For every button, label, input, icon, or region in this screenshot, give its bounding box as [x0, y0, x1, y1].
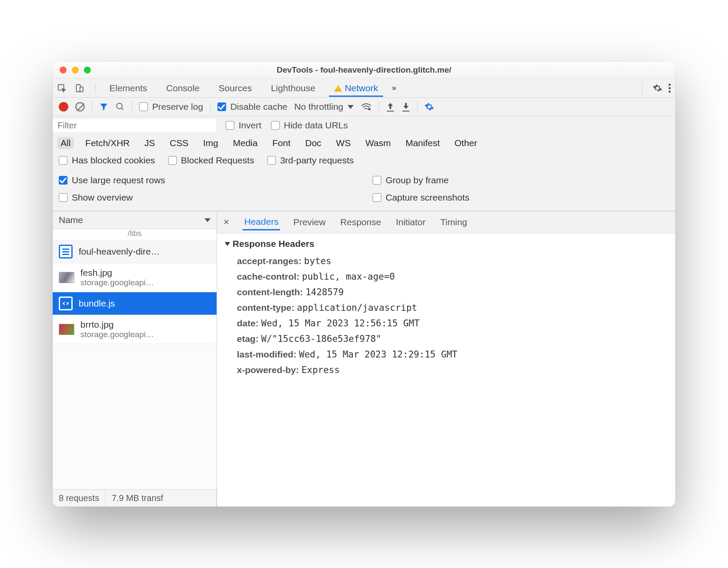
header-value: Wed, 15 Mar 2023 12:56:15 GMT — [261, 318, 420, 329]
network-toolbar: Preserve log Disable cache No throttling — [53, 98, 675, 116]
tab-network[interactable]: Network — [329, 80, 383, 97]
divider — [642, 83, 642, 94]
capture-screenshots-label: Capture screenshots — [386, 192, 469, 203]
use-large-rows-checkbox[interactable]: Use large request rows — [59, 175, 355, 185]
header-value: Wed, 15 Mar 2023 12:29:15 GMT — [299, 349, 458, 360]
details-tab-response[interactable]: Response — [338, 214, 383, 230]
type-pill-ws[interactable]: WS — [332, 137, 354, 149]
tab-lighthouse[interactable]: Lighthouse — [266, 80, 321, 97]
list-item[interactable]: foul-heavenly-dire… — [53, 240, 217, 263]
device-toolbar-icon[interactable] — [74, 83, 84, 93]
network-conditions-icon[interactable] — [361, 102, 372, 112]
search-icon[interactable] — [115, 102, 125, 112]
resource-type-filter: All Fetch/XHR JS CSS Img Media Font Doc … — [53, 134, 675, 152]
image-thumb-icon — [59, 324, 74, 335]
checkbox-icon — [59, 193, 67, 202]
view-options: Use large request rows Group by frame Sh… — [53, 169, 675, 211]
window-title: DevTools - foul-heavenly-direction.glitc… — [60, 65, 668, 75]
requests-header[interactable]: Name — [53, 211, 217, 229]
type-pill-font[interactable]: Font — [269, 137, 294, 149]
type-pill-all[interactable]: All — [57, 137, 74, 149]
response-headers-section[interactable]: Response Headers — [225, 239, 667, 249]
header-row: date: Wed, 15 Mar 2023 12:56:15 GMT — [225, 316, 667, 331]
svg-point-5 — [669, 90, 671, 93]
type-pill-fetchxhr[interactable]: Fetch/XHR — [82, 137, 133, 149]
details-tab-headers[interactable]: Headers — [243, 214, 280, 230]
devtools-window: DevTools - foul-heavenly-direction.glitc… — [53, 61, 675, 507]
network-settings-gear-icon[interactable] — [425, 102, 434, 112]
divider — [132, 101, 132, 112]
type-pill-other[interactable]: Other — [451, 137, 481, 149]
requests-count: 8 requests — [53, 490, 105, 507]
details-tab-preview[interactable]: Preview — [291, 214, 327, 230]
hide-data-urls-checkbox[interactable]: Hide data URLs — [271, 120, 348, 131]
header-key: last-modified: — [237, 349, 297, 359]
details-body: Response Headers accept-ranges: bytes ca… — [217, 233, 675, 383]
show-overview-checkbox[interactable]: Show overview — [59, 192, 355, 203]
type-pill-js[interactable]: JS — [141, 137, 159, 149]
sort-caret-icon — [204, 218, 211, 222]
inspect-element-icon[interactable] — [57, 83, 67, 93]
checkbox-checked-icon — [59, 176, 67, 185]
clear-icon[interactable] — [75, 102, 85, 112]
window-controls — [60, 67, 91, 73]
minimize-window-icon[interactable] — [72, 67, 79, 73]
details-tab-timing[interactable]: Timing — [439, 214, 469, 230]
type-pill-css[interactable]: CSS — [166, 137, 192, 149]
header-value: W/"15cc63-186e53ef978" — [261, 334, 381, 344]
capture-screenshots-checkbox[interactable]: Capture screenshots — [373, 192, 669, 203]
filter-funnel-icon[interactable] — [99, 102, 109, 112]
svg-point-7 — [368, 108, 371, 111]
checkbox-icon — [271, 121, 280, 130]
header-row: accept-ranges: bytes — [225, 253, 667, 269]
requests-sidebar: Name /libs foul-heavenly-dire… fesh.jpg … — [53, 211, 217, 507]
settings-gear-icon[interactable] — [653, 83, 662, 93]
disable-cache-checkbox[interactable]: Disable cache — [217, 102, 287, 112]
third-party-checkbox[interactable]: 3rd-party requests — [267, 155, 354, 166]
type-pill-wasm[interactable]: Wasm — [362, 137, 394, 149]
tab-elements[interactable]: Elements — [104, 80, 153, 97]
tab-console[interactable]: Console — [161, 80, 205, 97]
file-name: brrto.jpg — [80, 319, 154, 330]
divider — [92, 101, 92, 112]
hide-data-urls-label: Hide data URLs — [284, 120, 348, 131]
has-blocked-cookies-checkbox[interactable]: Has blocked cookies — [59, 155, 155, 166]
filter-row: Invert Hide data URLs — [53, 116, 675, 134]
checkbox-icon — [226, 121, 234, 130]
blocked-requests-label: Blocked Requests — [181, 155, 254, 166]
list-item[interactable]: fesh.jpg storage.googleapi… — [53, 263, 217, 292]
record-button-icon[interactable] — [59, 102, 68, 112]
throttling-dropdown[interactable]: No throttling — [294, 102, 354, 112]
more-tabs-icon[interactable]: » — [392, 83, 396, 93]
kebab-menu-icon[interactable] — [668, 83, 671, 93]
extra-filter-row: Has blocked cookies Blocked Requests 3rd… — [53, 152, 675, 169]
group-by-frame-checkbox[interactable]: Group by frame — [373, 175, 669, 185]
blocked-requests-checkbox[interactable]: Blocked Requests — [168, 155, 254, 166]
header-key: etag: — [237, 334, 259, 344]
list-item-selected[interactable]: bundle.js — [53, 292, 217, 315]
details-tab-initiator[interactable]: Initiator — [394, 214, 428, 230]
upload-har-icon[interactable] — [386, 102, 395, 112]
tab-sources[interactable]: Sources — [214, 80, 257, 97]
divider — [417, 101, 418, 112]
preserve-log-checkbox[interactable]: Preserve log — [139, 102, 203, 112]
maximize-window-icon[interactable] — [84, 67, 91, 73]
panel-tabs: Elements Console Sources Lighthouse Netw… — [53, 79, 675, 98]
type-pill-img[interactable]: Img — [200, 137, 222, 149]
header-key: x-powered-by: — [237, 365, 299, 375]
list-item[interactable]: brrto.jpg storage.googleapi… — [53, 315, 217, 344]
download-har-icon[interactable] — [402, 102, 410, 112]
type-pill-media[interactable]: Media — [230, 137, 261, 149]
type-pill-doc[interactable]: Doc — [302, 137, 325, 149]
file-name: foul-heavenly-dire… — [79, 246, 160, 257]
filter-input[interactable] — [53, 119, 216, 132]
image-thumb-icon — [59, 272, 74, 283]
type-pill-manifest[interactable]: Manifest — [402, 137, 443, 149]
close-window-icon[interactable] — [60, 67, 67, 73]
header-value: public, max-age=0 — [302, 271, 395, 282]
details-tabs: ✕ Headers Preview Response Initiator Tim… — [217, 211, 675, 233]
list-item-truncated[interactable]: /libs — [53, 229, 217, 240]
invert-checkbox[interactable]: Invert — [226, 120, 262, 131]
invert-label: Invert — [239, 120, 262, 131]
close-details-icon[interactable]: ✕ — [223, 217, 231, 227]
